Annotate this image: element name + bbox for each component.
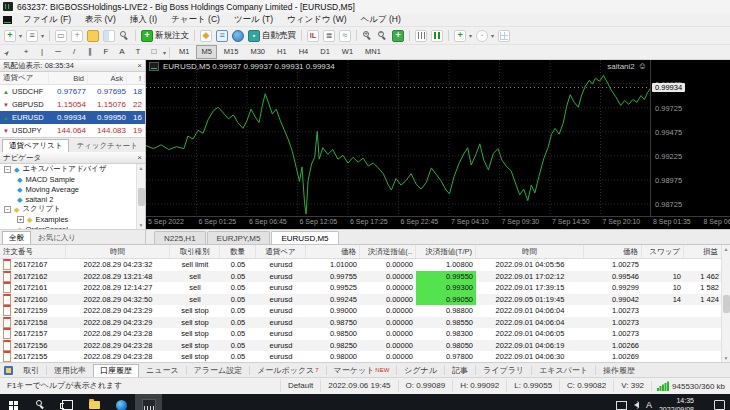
history-column-5[interactable]: 価格 [306,245,360,258]
toolbox-tab-1[interactable]: 運用比率 [47,364,93,377]
depth-button[interactable] [214,28,230,43]
timeframe-mn1[interactable]: MN1 [360,45,386,59]
ind-list-button[interactable] [305,28,321,43]
scroll-down-icon[interactable]: ▼ [724,355,729,361]
file-explorer-button[interactable] [81,394,108,410]
ime-indicator[interactable]: A [646,400,652,410]
toolbox-tab-7[interactable]: シグナル [397,364,444,377]
mw-column-1[interactable]: Bid [49,74,88,83]
menu-item-0[interactable]: ファイル (F) [16,14,78,26]
scroll-thumb[interactable] [723,295,730,313]
crosshair-tool-button[interactable]: + [18,45,34,60]
table-row[interactable]: 261721562022.08.29 04:23:28sell stop0.05… [0,340,730,352]
navigator-item[interactable]: −◆スクリプト [0,204,145,214]
timeframe-m30[interactable]: M30 [245,45,270,59]
taskbar-clock[interactable]: 14:35 2022/09/08 [659,396,694,410]
scroll-up-icon[interactable]: ▲ [724,246,729,252]
collapse-icon[interactable]: − [4,166,11,173]
periods-button[interactable]: ▾ [474,28,496,43]
text-tool-button[interactable]: A [114,45,130,60]
chevron-down-icon[interactable]: ▾ [41,32,44,39]
toolbox-tab-6[interactable]: マーケットNEW [327,364,397,377]
toolbox-tab-3[interactable]: ニュース [139,364,186,377]
table-row[interactable]: 261721602022.08.29 04:32:50sell0.05eurus… [0,294,730,306]
history-column-1[interactable]: 時間 [66,245,170,258]
cursor-tool-button[interactable]: ➢ [2,45,18,60]
toolbox-tab-10[interactable]: エキスパート [532,364,595,377]
shapes-dropdown-icon[interactable]: ▾ [163,49,166,56]
history-column-3[interactable]: 数量 [220,245,256,258]
edge-button[interactable] [108,394,135,410]
table-row[interactable]: 261721582022.08.29 04:23:29sell stop0.05… [0,317,730,329]
mw-column-0[interactable]: 通貨ペア [0,73,49,83]
history-column-6[interactable]: 決済逆指値(.. [360,245,416,258]
timeframe-w1[interactable]: W1 [337,45,358,59]
tester-button[interactable] [337,28,353,43]
navigator-tab[interactable]: お気に入り [31,231,83,244]
toolbox-tab-11[interactable]: 操作履歴 [596,364,642,377]
market-watch-row[interactable]: ▼GBPUSD1.150541.1507622 [0,98,145,111]
history-scrollbar[interactable]: ▲ ▼ [721,245,730,362]
candles-button[interactable] [429,28,445,43]
navigator-tab[interactable]: 全般 [2,231,31,244]
toolbox-tab-0[interactable]: 取引 [16,364,46,377]
toolbox-tab-2[interactable]: 口座履歴 [93,364,139,377]
web-button[interactable] [230,28,246,43]
mw-column-2[interactable]: Ask [88,74,127,83]
scroll-thumb[interactable] [138,188,145,206]
timeframe-h1[interactable]: H1 [272,45,292,59]
navigator-scrollbar[interactable]: ▲▼ [136,164,145,229]
navigator-item[interactable]: ◆saitani 2 [0,194,145,204]
market-watch-tab[interactable]: 通貨ペアリスト [2,139,69,152]
timeframe-m5[interactable]: M5 [196,45,216,59]
history-column-7[interactable]: 決済指値(T/P) [416,245,476,258]
bars-button[interactable] [413,28,429,43]
new-chart-button[interactable]: ▾ [2,28,24,43]
horizontal-line-tool-button[interactable]: ─ [50,45,66,60]
menu-item-5[interactable]: ウィンドウ (W) [280,14,354,26]
layout-button[interactable] [101,28,117,43]
chart-tab[interactable]: EURJPY,M5 [207,231,271,245]
fibonacci-tool-button[interactable]: F [98,45,114,60]
menu-item-2[interactable]: 挿入 (I) [123,14,164,26]
notification-center-icon[interactable] [714,400,725,410]
table-row[interactable]: 261721622022.08.29 13:21:48sell0.05eurus… [0,271,730,283]
scroll-up-icon[interactable]: ▲ [139,165,144,171]
history-column-8[interactable]: 時間 [476,245,584,258]
toolbox-tab-4[interactable]: アラーム設定 [187,364,250,377]
market-watch-tab[interactable]: ティックチャート [69,139,144,152]
toolbox-tab-8[interactable]: 記事 [445,364,475,377]
navigator-item[interactable]: +◆Examples [0,214,145,224]
collapse-icon[interactable]: − [4,206,11,213]
history-column-10[interactable]: スワップ [642,245,684,258]
navigator-item[interactable]: ◆MACD Sample [0,174,145,184]
table-row[interactable]: 261721612022.08.29 12:14:27sell0.05eurus… [0,282,730,294]
table-row[interactable]: 261721552022.08.29 04:23:28sell stop0.05… [0,351,730,362]
table-row[interactable]: 261721572022.08.29 04:23:28sell stop0.05… [0,328,730,340]
table-row[interactable]: 261721672022.08.29 04:23:32sell limit0.0… [0,259,730,271]
history-column-2[interactable]: 取引種別 [170,245,220,258]
mw-column-3[interactable]: ! [127,74,145,83]
speaker-icon[interactable] [634,402,639,408]
timeframe-h4[interactable]: H4 [294,45,314,59]
navigator-item[interactable]: ◆OrderCancel [0,224,145,229]
zoom-in-button[interactable]: + [360,28,375,43]
toolbox-tab-5[interactable]: メールボックス7 [250,364,325,377]
navigator-item[interactable]: ◆Moving Average [0,184,145,194]
navigator-item[interactable]: −◆エキスパートアドバイザ [0,164,145,174]
market-watch-row[interactable]: ▼USDJPY144.064144.08319 [0,124,145,137]
chart-window-button[interactable] [53,28,69,43]
trendline-tool-button[interactable]: / [66,45,82,60]
history-column-9[interactable]: 価格 [584,245,642,258]
add-ind-button[interactable]: ▾ [452,28,474,43]
data-window-button[interactable] [321,28,337,43]
profiles-button[interactable]: ▾ [24,28,46,43]
chart-canvas[interactable] [146,60,651,217]
toolbox-tab-9[interactable]: ライブラリ [476,364,531,377]
menu-item-3[interactable]: チャート (C) [164,14,227,26]
close-icon[interactable]: × [137,62,142,70]
open-folder-button[interactable] [85,28,101,43]
tile-button[interactable] [390,28,406,43]
table-row[interactable]: 261721592022.08.29 04:23:29sell stop0.05… [0,305,730,317]
search-chart-button[interactable] [117,28,132,43]
